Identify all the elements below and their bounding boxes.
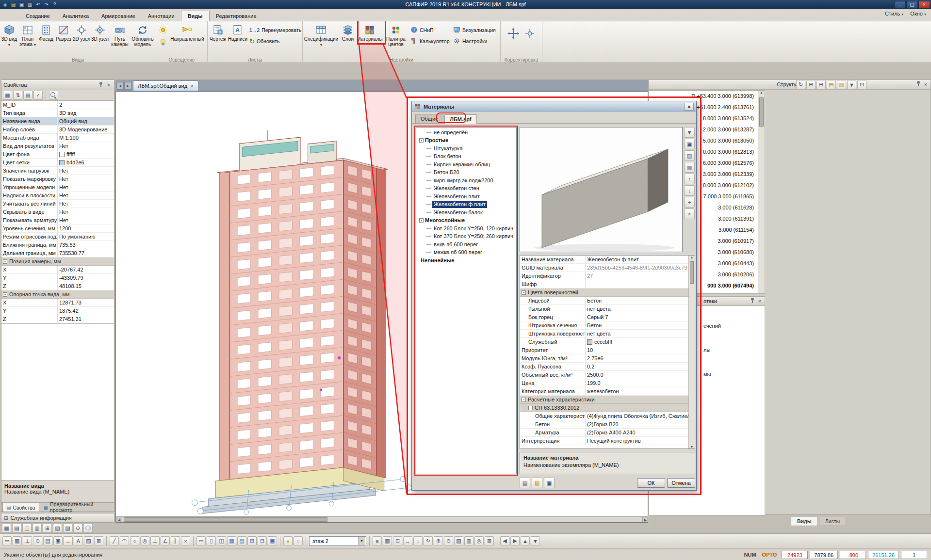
material-prop-row[interactable]: Модуль Юнга, т/м²2.75е6 — [520, 354, 688, 363]
chevron-down-icon[interactable]: ▾ — [358, 537, 365, 545]
grid-snap-icon[interactable]: ▦ — [13, 536, 22, 545]
property-row[interactable]: Значения нагрузокНет — [1, 167, 114, 175]
hatch-icon[interactable]: ▨ — [84, 536, 93, 545]
refresh-icon[interactable]: ↻ — [796, 80, 805, 89]
folder-icon[interactable]: ▤ — [827, 80, 836, 89]
service-info-bar[interactable]: ⊞ Служебная информация — [1, 513, 114, 523]
pan-h-icon[interactable]: ↔ — [403, 536, 412, 545]
pin-icon[interactable] — [916, 81, 921, 87]
lock-icon[interactable]: ⊠ — [94, 536, 103, 545]
ribbon-3d-node-button[interactable]: 3D узел — [91, 22, 109, 55]
pin-icon[interactable] — [98, 82, 103, 88]
grid-icon[interactable]: ▦ — [2, 524, 11, 533]
filled-rect-icon[interactable]: ▣ — [268, 536, 277, 545]
ribbon-calculator-button[interactable]: Калькулятор — [409, 36, 452, 46]
material-prop-row[interactable]: Идентификатор27 — [520, 272, 688, 280]
material-tree-item[interactable]: Кирпич керамич облиц — [416, 160, 516, 169]
material-tree-item[interactable]: -Простые — [416, 137, 516, 145]
property-row[interactable]: Масштаб видаМ 1:100 — [1, 134, 114, 142]
menu-tab[interactable]: Редактирование — [210, 11, 263, 21]
ribbon-3d-view-button[interactable]: 3D вид ▾ — [0, 22, 18, 55]
alphabetical-icon[interactable]: ⇅ — [13, 91, 22, 100]
material-prop-row[interactable]: Штриховка сеченияБетон — [520, 321, 688, 330]
material-prop-row[interactable]: ИнтерпретацияНесущий конструктив — [520, 437, 688, 445]
collapse-icon[interactable]: - — [522, 398, 526, 402]
apply-icon[interactable]: ✓ — [33, 91, 43, 100]
material-prop-row[interactable]: Коэф. Пуассона0.2 — [520, 363, 688, 371]
menu-tab[interactable]: Армирование — [95, 11, 142, 21]
layers-icon[interactable]: ▤ — [43, 536, 52, 545]
property-row[interactable]: Цвет сеткиb4d2e6 — [1, 159, 114, 167]
material-tree-item[interactable]: Кот 370 Блок Y=250; 260 кирпич — [416, 233, 516, 241]
cancel-button[interactable]: Отмена — [667, 478, 695, 488]
delete-icon[interactable]: × — [684, 208, 695, 219]
dock-tab[interactable]: Виды — [791, 517, 818, 526]
filter-icon[interactable]: ▼ — [847, 80, 856, 89]
material-prop-row[interactable]: Бетон(2)Гориз В20 — [520, 420, 688, 429]
menu-tab[interactable]: Аналитика — [56, 11, 95, 21]
ribbon-drawing-button[interactable]: Чертеж — [208, 22, 228, 55]
list-icon[interactable]: ▤ — [520, 478, 530, 488]
groups-icon[interactable]: ▣ — [53, 536, 63, 545]
property-row[interactable]: Упрощенные моделиНет — [1, 183, 114, 192]
sheet-icon[interactable]: ▥ — [33, 524, 42, 533]
doc-icon[interactable]: ▨ — [63, 524, 72, 533]
material-prop-row[interactable]: Цена199.0 — [520, 379, 688, 387]
menu-dropdown[interactable]: Стиль ▾ — [885, 11, 903, 16]
open-folder-icon[interactable]: ▧ — [532, 478, 542, 488]
next-icon[interactable]: ▶ — [510, 536, 520, 545]
link-icon[interactable]: ⊞ — [43, 524, 52, 533]
material-tree-item[interactable]: межкв лб 600 перег — [416, 249, 516, 257]
material-tree-item[interactable]: Железобетон плит — [416, 192, 516, 201]
add-cell-icon[interactable]: ⊞ — [247, 536, 257, 545]
ribbon-specifications-button[interactable]: Спецификации ▾ — [303, 22, 339, 55]
up-icon[interactable]: ▲ — [521, 536, 530, 545]
ribbon-labels-button[interactable]: A Надписи — [228, 22, 248, 55]
property-row[interactable]: Z48108.15 — [1, 282, 114, 290]
maximize-button[interactable]: ▢ — [906, 1, 918, 8]
options-icon[interactable]: ⊡ — [857, 80, 866, 89]
property-row[interactable]: Ближняя граница, мм735.53 — [1, 241, 114, 249]
close-button[interactable]: × — [918, 1, 930, 8]
object-snap-icon[interactable]: ⊙ — [33, 536, 42, 545]
material-prop-row[interactable]: Приоритет10 — [520, 346, 688, 354]
ortho-icon[interactable]: ⊥ — [23, 536, 32, 545]
property-row[interactable]: Y1875.42 — [1, 307, 114, 315]
ribbon-2d-node-button[interactable]: 2D узел — [72, 22, 91, 55]
ribbon-refresh-sheets-button[interactable]: ↻ Обновить — [248, 36, 300, 46]
property-row[interactable]: Скрывать в видеНет — [1, 208, 114, 216]
dialog-tab[interactable]: ЛБМ.spf — [444, 114, 476, 124]
structure-scrollbar[interactable]: ▲ — [758, 91, 765, 293]
property-row[interactable]: Уровень сечения, мм1200 — [1, 224, 114, 233]
panel-close-icon[interactable]: × — [105, 81, 112, 88]
scroll-right-icon[interactable]: ▸ — [124, 82, 131, 90]
dialog-tab[interactable]: Общие — [415, 114, 443, 123]
scroll-left-arrow[interactable]: ◀ — [116, 517, 122, 522]
perpendicular-icon[interactable]: ⊥ — [150, 536, 160, 545]
material-tree-item[interactable]: Бетон Б20 — [416, 169, 516, 177]
ribbon-visualization-button[interactable]: Визуализация — [452, 25, 498, 35]
material-tree-item[interactable]: Кот 260 Блок Y=250, 120 кирпич — [416, 224, 516, 233]
ribbon-color-palette-button[interactable]: Палитра цветов — [383, 22, 409, 55]
material-prop-row[interactable]: Шифр — [520, 280, 688, 288]
property-row[interactable]: X12871.73 — [1, 299, 114, 307]
property-row[interactable]: Z27451.31 — [1, 315, 114, 323]
collapse-icon[interactable]: - — [522, 290, 526, 295]
split-cells-icon[interactable]: ◫ — [217, 536, 226, 545]
collapse-icon[interactable]: - — [3, 259, 7, 264]
property-row[interactable]: Показать маркировкуНет — [1, 175, 114, 183]
property-row[interactable]: Тип вида3D вид — [1, 109, 114, 117]
material-prop-row[interactable]: Общие характеристики(4)Фунд плита Оболоч… — [520, 412, 688, 420]
print-icon[interactable]: ▥ — [26, 1, 34, 8]
scroll-left-icon[interactable]: ◂ — [116, 82, 124, 90]
arc-icon[interactable]: ◠ — [120, 536, 129, 545]
target-view-icon[interactable]: ◎ — [474, 536, 484, 545]
sun-light-icon[interactable] — [158, 25, 168, 36]
folder-open-icon[interactable]: ▥ — [837, 80, 846, 89]
scroll-right-arrow[interactable]: ▶ — [642, 517, 648, 522]
property-row[interactable]: X-20767.42 — [1, 266, 114, 274]
expand-all-icon[interactable]: ⊞ — [806, 80, 816, 89]
info-icon[interactable]: ⓘ — [83, 524, 93, 533]
save-icon[interactable]: ▣ — [17, 1, 26, 8]
ribbon-renumber-button[interactable]: 1→2 Перенумеровать — [248, 25, 300, 35]
